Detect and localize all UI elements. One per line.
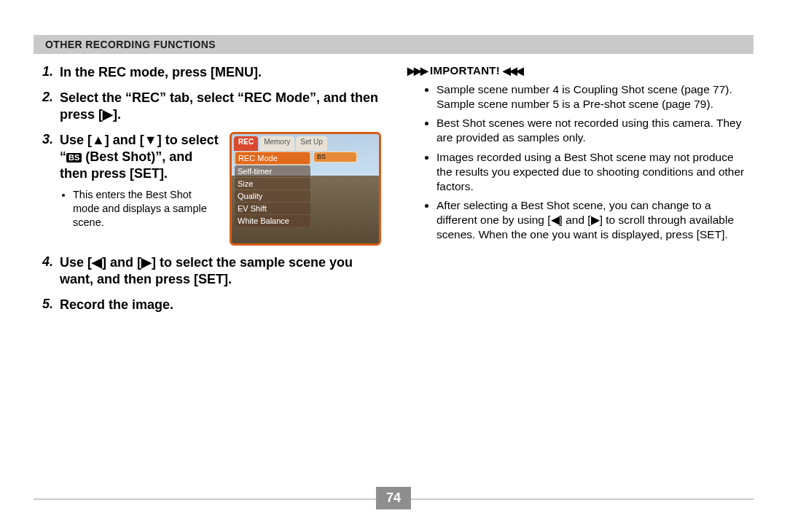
step-5: 5. Record the image. — [42, 297, 381, 313]
camera-menu-item: Self-timer — [235, 165, 310, 177]
step-title: Select the “REC” tab, select “REC Mode”,… — [60, 90, 381, 123]
section-header: Other Recording Functions — [34, 35, 753, 54]
right-column: ▶▶▶ IMPORTANT! ◀◀◀ Sample scene number 4… — [406, 64, 745, 488]
important-item: After selecting a Best Shot scene, you c… — [436, 198, 745, 242]
step-title: Use [▲] and [▼] to select “BS (Best Shot… — [60, 132, 221, 182]
bs-icon: BS — [66, 153, 82, 163]
page-number: 74 — [376, 487, 411, 509]
important-label: IMPORTANT! — [430, 64, 500, 77]
camera-menu-item: White Balance — [235, 215, 310, 227]
camera-menu-item: EV Shift — [235, 203, 310, 214]
camera-tab-setup: Set Up — [296, 136, 327, 151]
step-note: This enters the Best Shot mode and displ… — [73, 188, 221, 230]
important-item: Sample scene number 4 is Coupling Shot s… — [436, 82, 745, 112]
important-item: Best Shot scenes were not recorded using… — [436, 116, 745, 145]
camera-menu: REC Mode Self-timer Size Quality EV Shif… — [235, 152, 310, 227]
camera-menu-item: REC Mode — [235, 152, 310, 165]
page-footer: 74 — [34, 488, 753, 509]
camera-tab-memory: Memory — [259, 136, 294, 151]
camera-lcd-illustration: REC Memory Set Up REC Mode Self-timer Si… — [230, 132, 381, 246]
step-title: In the REC mode, press [MENU]. — [60, 64, 381, 81]
camera-tabs: REC Memory Set Up — [234, 136, 377, 151]
step-title: Use [◀] and [▶] to select the sample sce… — [60, 254, 381, 288]
step-number: 5. — [42, 297, 60, 313]
step-number: 3. — [42, 132, 60, 246]
camera-value: BS — [313, 152, 357, 163]
step-number: 2. — [42, 90, 60, 123]
step-2: 2. Select the “REC” tab, select “REC Mod… — [42, 90, 381, 123]
camera-menu-item: Size — [235, 178, 310, 189]
step-4: 4. Use [◀] and [▶] to select the sample … — [42, 254, 381, 288]
step-number: 4. — [42, 254, 60, 288]
step-title: Record the image. — [60, 297, 381, 313]
content-area: 1. In the REC mode, press [MENU]. 2. Sel… — [42, 64, 745, 488]
important-list: Sample scene number 4 is Coupling Shot s… — [406, 82, 745, 242]
step-1: 1. In the REC mode, press [MENU]. — [42, 64, 381, 81]
important-header: ▶▶▶ IMPORTANT! ◀◀◀ — [407, 64, 745, 77]
left-column: 1. In the REC mode, press [MENU]. 2. Sel… — [42, 64, 381, 488]
triangle-right-icon: ▶▶▶ — [407, 65, 427, 77]
step-number: 1. — [42, 64, 60, 81]
step-3: 3. Use [▲] and [▼] to select “BS (Best S… — [42, 132, 381, 246]
camera-tab-rec: REC — [234, 136, 258, 151]
section-header-title: Other Recording Functions — [45, 39, 216, 50]
important-item: Images recorded using a Best Shot scene … — [436, 150, 745, 194]
camera-menu-item: Quality — [235, 190, 310, 202]
step-note-list: This enters the Best Shot mode and displ… — [60, 188, 221, 230]
camera-value-col: BS — [313, 152, 357, 163]
triangle-left-icon: ◀◀◀ — [503, 65, 522, 77]
